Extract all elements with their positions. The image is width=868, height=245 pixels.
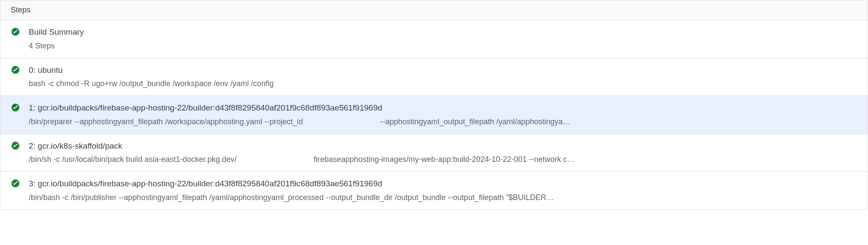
check-icon	[11, 141, 20, 150]
step-title: 2: gcr.io/k8s-skaffold/pack	[29, 140, 857, 152]
step-row-1[interactable]: 1: gcr.io/buildpacks/firebase-app-hostin…	[0, 96, 868, 134]
summary-title: Build Summary	[29, 26, 857, 39]
build-summary-row[interactable]: Build Summary 4 Steps	[0, 20, 868, 58]
check-icon	[11, 179, 20, 188]
step-command-left: /bin/sh -c /usr/local/bin/pack build asi…	[29, 154, 236, 165]
step-row-3[interactable]: 3: gcr.io/buildpacks/firebase-app-hostin…	[0, 172, 868, 209]
step-row-2[interactable]: 2: gcr.io/k8s-skaffold/pack /bin/sh -c /…	[0, 134, 868, 172]
step-content: 3: gcr.io/buildpacks/firebase-app-hostin…	[29, 178, 857, 203]
step-title: 0: ubuntu	[29, 64, 857, 77]
header-title: Steps	[11, 6, 30, 14]
check-icon	[11, 27, 20, 36]
steps-header: Steps	[0, 0, 868, 20]
step-title: 1: gcr.io/buildpacks/firebase-app-hostin…	[29, 102, 857, 114]
check-icon	[11, 65, 20, 75]
step-row-0[interactable]: 0: ubuntu bash -c chmod -R ugo+rw /outpu…	[0, 58, 868, 96]
step-content: 1: gcr.io/buildpacks/firebase-app-hostin…	[29, 102, 857, 128]
step-command-left: /bin/preparer --apphostingyaml_filepath …	[29, 116, 303, 128]
summary-subtitle: 4 Steps	[29, 40, 857, 52]
step-title: 3: gcr.io/buildpacks/firebase-app-hostin…	[29, 178, 857, 190]
step-command: /bin/preparer --apphostingyaml_filepath …	[29, 116, 857, 128]
step-content: 2: gcr.io/k8s-skaffold/pack /bin/sh -c /…	[29, 140, 857, 166]
step-command: /bin/bash -c /bin/publisher --apphosting…	[29, 192, 857, 203]
step-command-right: --apphostingyaml_output_filepath /yaml/a…	[380, 116, 857, 128]
step-command-right: firebaseapphosting-images/my-web-app:bui…	[314, 154, 857, 165]
step-command: bash -c chmod -R ugo+rw /output_bundle /…	[29, 78, 857, 90]
step-command: /bin/sh -c /usr/local/bin/pack build asi…	[29, 154, 857, 165]
step-content: Build Summary 4 Steps	[29, 26, 857, 52]
check-icon	[11, 103, 20, 112]
step-content: 0: ubuntu bash -c chmod -R ugo+rw /outpu…	[29, 64, 857, 90]
steps-panel: Steps Build Summary 4 Steps 0: ubuntu ba…	[0, 0, 868, 210]
